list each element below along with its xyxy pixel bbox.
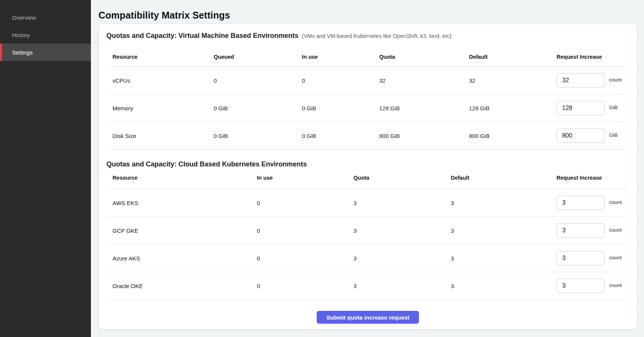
sidebar-item-label: Overview bbox=[12, 14, 36, 21]
in-use-value: 0 bbox=[257, 200, 353, 206]
unit-label: count bbox=[609, 77, 622, 83]
column-header-in-use: In use bbox=[302, 54, 379, 60]
default-value: 3 bbox=[451, 255, 556, 262]
page-title: Compatibility Matrix Settings bbox=[98, 10, 637, 20]
default-value: 128 GiB bbox=[469, 105, 556, 111]
in-use-value: 0 bbox=[257, 283, 353, 289]
table-row: AWS EKS 0 3 3 count bbox=[106, 189, 629, 217]
vm-section-note: (VMs and VM-based Kubernetes like OpenSh… bbox=[302, 33, 452, 39]
cloud-section-header: Quotas and Capacity: Cloud Based Kuberne… bbox=[106, 150, 629, 169]
quota-value: 3 bbox=[353, 200, 451, 206]
vm-section-title: Quotas and Capacity: Virtual Machine Bas… bbox=[106, 31, 299, 41]
unit-label: count bbox=[609, 255, 622, 260]
column-header-default: Default bbox=[469, 54, 556, 60]
cloud-quota-table: Resource In use Quota Default Request In… bbox=[106, 169, 629, 300]
unit-label: count bbox=[609, 282, 622, 288]
sidebar-item-history[interactable]: History bbox=[0, 26, 91, 44]
settings-card: Quotas and Capacity: Virtual Machine Bas… bbox=[98, 24, 637, 329]
request-increase-input[interactable] bbox=[556, 279, 605, 293]
resource-name: Disk Size bbox=[113, 133, 214, 139]
column-header-quota: Quota bbox=[353, 175, 451, 181]
default-value: 800 GiB bbox=[469, 133, 556, 139]
request-increase-input[interactable] bbox=[556, 223, 605, 238]
column-header-request-increase: Request Increase bbox=[556, 175, 623, 181]
submit-quota-increase-button[interactable]: Submit quota increase request bbox=[317, 311, 419, 324]
cloud-section-title: Quotas and Capacity: Cloud Based Kuberne… bbox=[106, 159, 307, 169]
default-value: 3 bbox=[451, 227, 556, 234]
in-use-value: 0 GiB bbox=[302, 133, 379, 139]
table-row: Azure AKS 0 3 3 count bbox=[106, 245, 629, 272]
vm-section-header: Quotas and Capacity: Virtual Machine Bas… bbox=[106, 24, 629, 41]
quota-value: 3 bbox=[353, 255, 451, 262]
unit-label: count bbox=[609, 227, 622, 233]
table-row: GCP GKE 0 3 3 count bbox=[106, 217, 629, 245]
request-increase-input[interactable] bbox=[556, 196, 605, 210]
default-value: 3 bbox=[451, 200, 556, 206]
column-header-default: Default bbox=[451, 175, 556, 181]
quota-value: 800 GiB bbox=[379, 133, 469, 139]
active-indicator-bar bbox=[0, 44, 2, 61]
resource-name: vCPUs bbox=[113, 77, 214, 84]
request-increase-input[interactable] bbox=[556, 251, 605, 265]
queued-value: 0 GiB bbox=[214, 105, 302, 111]
card-footer: Submit quota increase request bbox=[106, 300, 629, 330]
sidebar-item-settings[interactable]: Settings bbox=[0, 44, 91, 61]
resource-name: Oracle OKE bbox=[113, 283, 257, 289]
quota-value: 128 GiB bbox=[379, 105, 469, 111]
quota-value: 32 bbox=[379, 77, 469, 84]
unit-label: count bbox=[609, 199, 622, 205]
sidebar-item-label: History bbox=[12, 32, 30, 38]
quota-value: 3 bbox=[353, 227, 451, 234]
quota-value: 3 bbox=[353, 283, 451, 289]
table-row: Oracle OKE 0 3 3 count bbox=[106, 272, 629, 300]
column-header-quota: Quota bbox=[379, 54, 469, 60]
table-row: Disk Size 0 GiB 0 GiB 800 GiB 800 GiB Gi… bbox=[106, 122, 629, 150]
request-increase-input[interactable] bbox=[556, 73, 605, 88]
vm-table-header-row: Resource Queued In use Quota Default Req… bbox=[106, 41, 629, 67]
request-increase-input[interactable] bbox=[556, 129, 605, 143]
queued-value: 0 GiB bbox=[214, 133, 302, 139]
resource-name: Azure AKS bbox=[113, 255, 257, 262]
sidebar-item-overview[interactable]: Overview bbox=[0, 9, 91, 26]
vm-quota-table: Resource Queued In use Quota Default Req… bbox=[106, 41, 629, 150]
in-use-value: 0 GiB bbox=[302, 105, 379, 111]
in-use-value: 0 bbox=[257, 255, 353, 262]
default-value: 3 bbox=[451, 283, 556, 289]
table-row: vCPUs 0 0 32 32 count bbox=[106, 67, 629, 94]
column-header-queued: Queued bbox=[214, 54, 302, 60]
request-increase-input[interactable] bbox=[556, 101, 605, 115]
column-header-resource: Resource bbox=[113, 175, 257, 181]
resource-name: GCP GKE bbox=[113, 227, 257, 234]
column-header-in-use: In use bbox=[257, 175, 353, 181]
sidebar: Overview History Settings bbox=[0, 0, 91, 337]
unit-label: GiB bbox=[609, 105, 618, 110]
column-header-resource: Resource bbox=[113, 54, 214, 60]
in-use-value: 0 bbox=[257, 227, 353, 234]
default-value: 32 bbox=[469, 77, 556, 84]
sidebar-item-label: Settings bbox=[12, 49, 33, 56]
resource-name: Memory bbox=[113, 105, 214, 111]
column-header-request-increase: Request Increase bbox=[556, 54, 623, 60]
cloud-table-header-row: Resource In use Quota Default Request In… bbox=[106, 169, 629, 189]
table-row: Memory 0 GiB 0 GiB 128 GiB 128 GiB GiB bbox=[106, 94, 629, 122]
queued-value: 0 bbox=[214, 77, 302, 84]
main-content: Compatibility Matrix Settings Quotas and… bbox=[91, 0, 644, 337]
resource-name: AWS EKS bbox=[113, 200, 257, 206]
unit-label: GiB bbox=[609, 132, 618, 138]
in-use-value: 0 bbox=[302, 77, 379, 84]
